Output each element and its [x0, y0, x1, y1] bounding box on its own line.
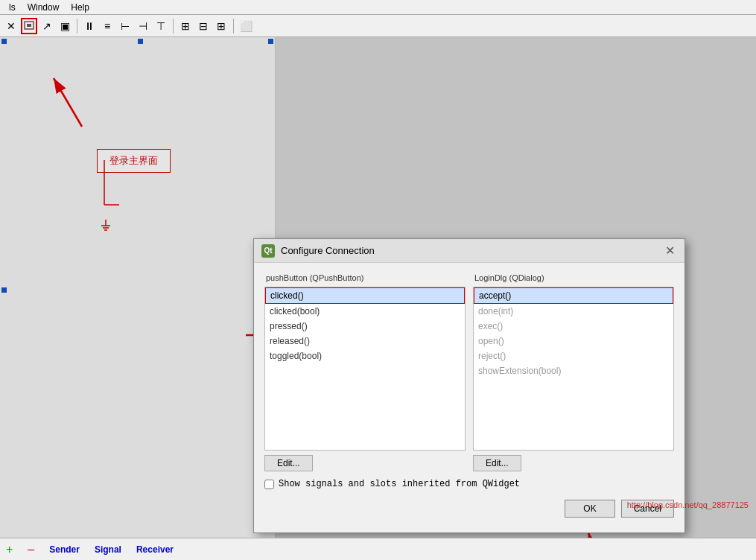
- dialog-close-button[interactable]: ✕: [662, 244, 677, 258]
- slot-column: LoginDlg (QDialog) accept() done(int) ex…: [473, 273, 674, 471]
- toolbar-tool5[interactable]: ≡: [99, 18, 115, 34]
- dialog-columns: pushButton (QPushButton) clicked() click…: [264, 273, 674, 471]
- dialog-footer: OK Cancel: [264, 495, 674, 522]
- toolbar-select[interactable]: [21, 18, 37, 34]
- dialog-title: Configure Connection: [281, 245, 656, 256]
- toolbar-tool7[interactable]: ⊣: [135, 18, 151, 34]
- slot-edit-button[interactable]: Edit...: [473, 455, 521, 471]
- menu-ls[interactable]: ls: [3, 1, 22, 14]
- toolbar-tool12[interactable]: ⬜: [238, 18, 254, 34]
- list-item-pressed[interactable]: pressed(): [265, 319, 465, 334]
- receiver-header: Receiver: [136, 544, 174, 555]
- main-area: 登录主界面: [0, 37, 756, 538]
- toolbar-tool11[interactable]: ⊞: [213, 18, 229, 34]
- ok-button[interactable]: OK: [565, 500, 614, 518]
- list-item-clicked-bool[interactable]: clicked(bool): [265, 304, 465, 319]
- sep2: [173, 19, 174, 34]
- dialog-body: pushButton (QPushButton) clicked() click…: [254, 263, 684, 532]
- signal-header: Signal: [95, 544, 121, 555]
- checkbox-label: Show signals and slots inherited from QW…: [279, 479, 520, 489]
- list-item-open[interactable]: open(): [474, 334, 673, 349]
- menu-window[interactable]: Window: [22, 1, 66, 14]
- toolbar-tool4[interactable]: ⏸: [81, 18, 98, 34]
- toolbar-tool6[interactable]: ⊢: [117, 18, 133, 34]
- sep1: [77, 19, 77, 34]
- add-connection-button[interactable]: +: [6, 543, 13, 556]
- signal-list[interactable]: clicked() clicked(bool) pressed() releas…: [264, 287, 466, 451]
- configure-connection-dialog: Qt Configure Connection ✕ pushButton (QP…: [253, 238, 685, 533]
- sender-header: Sender: [49, 544, 80, 555]
- bottom-panel: + – Sender Signal Receiver: [0, 538, 756, 560]
- inherited-checkbox[interactable]: [264, 480, 274, 489]
- remove-connection-button[interactable]: –: [28, 543, 34, 556]
- list-item-accept[interactable]: accept(): [474, 287, 673, 304]
- menu-help[interactable]: Help: [65, 1, 95, 14]
- toolbar-tool3[interactable]: ▣: [57, 18, 73, 34]
- sep3: [233, 19, 234, 34]
- list-item-toggled[interactable]: toggled(bool): [265, 349, 465, 363]
- toolbar-tool9[interactable]: ⊞: [177, 18, 194, 34]
- list-item-exec[interactable]: exec(): [474, 319, 673, 334]
- checkbox-row: Show signals and slots inherited from QW…: [264, 479, 674, 489]
- list-item-reject[interactable]: reject(): [474, 349, 673, 363]
- toolbar-tool10[interactable]: ⊟: [195, 18, 212, 34]
- slot-list[interactable]: accept() done(int) exec() open() reject(…: [473, 287, 674, 451]
- toolbar-tool2[interactable]: ↗: [39, 18, 55, 34]
- toolbar: ✕ ↗ ▣ ⏸ ≡ ⊢ ⊣ ⊤ ⊞ ⊟ ⊞ ⬜: [0, 15, 756, 37]
- list-item-done[interactable]: done(int): [474, 304, 673, 319]
- left-column-header: pushButton (QPushButton): [264, 273, 466, 282]
- svg-rect-1: [27, 24, 31, 27]
- list-item-showext[interactable]: showExtension(bool): [474, 363, 673, 378]
- menubar: ls Window Help: [0, 0, 756, 15]
- right-column-header: LoginDlg (QDialog): [473, 273, 674, 282]
- dialog-titlebar: Qt Configure Connection ✕: [254, 239, 684, 263]
- dialog-icon: Qt: [261, 244, 275, 258]
- toolbar-close[interactable]: ✕: [3, 18, 19, 34]
- watermark: http://blog.csdn.net/qq_28877125: [627, 500, 749, 509]
- signal-column: pushButton (QPushButton) clicked() click…: [264, 273, 466, 471]
- list-item-released[interactable]: released(): [265, 334, 465, 349]
- list-item-clicked[interactable]: clicked(): [265, 287, 465, 304]
- signal-edit-button[interactable]: Edit...: [264, 455, 313, 471]
- toolbar-tool8[interactable]: ⊤: [153, 18, 169, 34]
